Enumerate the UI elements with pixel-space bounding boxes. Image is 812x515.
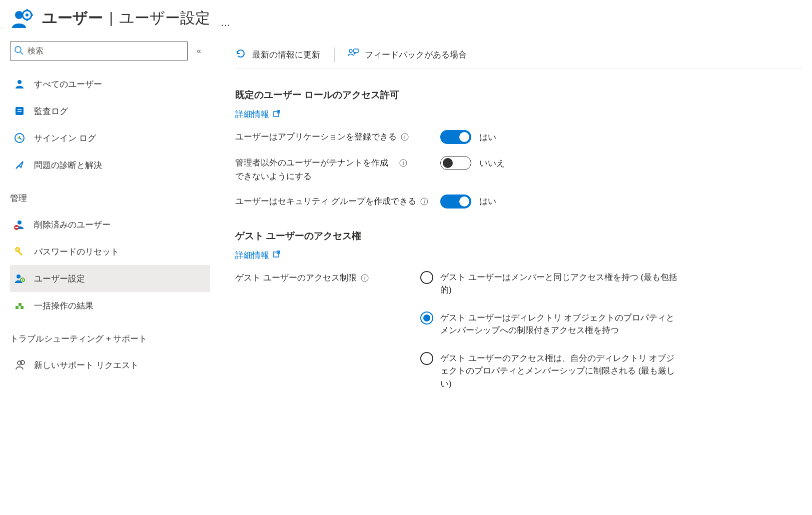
learn-more-link-1[interactable]: 詳細情報 xyxy=(235,108,280,120)
diagnose-icon xyxy=(13,158,26,172)
sidebar-item-label: サインイン ログ xyxy=(34,132,96,144)
svg-point-2 xyxy=(26,14,29,16)
svg-point-22 xyxy=(22,280,24,281)
toolbar: 最新の情報に更新 フィードバックがある場合 xyxy=(235,42,802,68)
sidebar-item-label: ユーザー設定 xyxy=(34,273,85,284)
search-box[interactable] xyxy=(10,42,188,60)
sidebar-item-user-settings[interactable]: ユーザー設定 xyxy=(10,265,210,292)
info-icon[interactable]: i xyxy=(401,132,409,145)
log-icon xyxy=(13,104,26,118)
svg-text:i: i xyxy=(404,134,405,140)
sidebar-item-label: 新しいサポート リクエスト xyxy=(34,360,139,371)
info-icon[interactable]: i xyxy=(420,196,428,210)
sidebar-item-label: 問題の診断と解決 xyxy=(34,160,102,171)
sidebar-item-all-users[interactable]: すべてのユーザー xyxy=(10,70,210,98)
search-input[interactable] xyxy=(28,46,183,56)
more-button[interactable]: … xyxy=(220,17,231,32)
external-link-icon xyxy=(273,110,280,120)
radio-icon xyxy=(420,312,433,324)
svg-line-39 xyxy=(277,251,280,254)
toggle-value: はい xyxy=(479,132,496,143)
sidebar-item-new-support-request[interactable]: 新しいサポート リクエスト xyxy=(10,352,210,378)
external-link-icon xyxy=(273,250,280,260)
svg-rect-10 xyxy=(16,107,24,115)
radio-label: ゲスト ユーザーのアクセス権は、自分のディレクトリ オブジェクトのプロパティとメ… xyxy=(440,352,680,390)
setting-label-text: 管理者以外のユーザーがテナントを作成できないようにする xyxy=(235,156,395,183)
user-icon xyxy=(13,78,26,90)
refresh-label: 最新の情報に更新 xyxy=(252,49,320,60)
radio-option-restricted[interactable]: ゲスト ユーザーのアクセス権は、自分のディレクトリ オブジェクトのプロパティとメ… xyxy=(420,352,680,390)
toggle-restrict-tenant[interactable] xyxy=(440,156,471,170)
sidebar: « すべてのユーザー 監査ログ サインイン ログ 問題の診断と解決 xyxy=(0,42,215,401)
setting-label-text: ユーザーはアプリケーションを登録できる xyxy=(235,130,397,144)
setting-label-text: ユーザーはセキュリティ グループを作成できる xyxy=(235,194,416,208)
svg-point-20 xyxy=(17,274,21,278)
svg-line-8 xyxy=(21,52,23,54)
sidebar-item-diagnose[interactable]: 問題の診断と解決 xyxy=(10,152,210,178)
section-guest-access-title: ゲスト ユーザーのアクセス権 xyxy=(235,230,802,242)
sidebar-item-label: 監査ログ xyxy=(34,106,68,117)
setting-register-apps: ユーザーはアプリケーションを登録できる i はい xyxy=(235,130,802,145)
feedback-icon xyxy=(347,48,359,62)
sidebar-item-bulk-results[interactable]: 一括操作の結果 xyxy=(10,292,210,319)
svg-rect-25 xyxy=(21,306,24,309)
info-icon[interactable]: i xyxy=(361,272,369,286)
svg-point-14 xyxy=(18,220,22,224)
svg-text:i: i xyxy=(403,160,404,166)
svg-point-28 xyxy=(349,50,352,52)
feedback-label: フィードバックがある場合 xyxy=(365,49,467,60)
sidebar-item-password-reset[interactable]: パスワードのリセット xyxy=(10,238,210,265)
refresh-button[interactable]: 最新の情報に更新 xyxy=(235,48,320,62)
radio-option-same-as-members[interactable]: ゲスト ユーザーはメンバーと同じアクセス権を持つ (最も包括的) xyxy=(420,271,680,296)
radio-icon xyxy=(420,352,433,365)
svg-rect-23 xyxy=(16,306,19,309)
setting-label-text: ゲスト ユーザーのアクセス制限 xyxy=(235,271,357,284)
info-icon[interactable]: i xyxy=(399,158,407,171)
sidebar-group-manage: 管理 xyxy=(10,178,210,211)
feedback-button[interactable]: フィードバックがある場合 xyxy=(347,48,467,62)
learn-more-link-2[interactable]: 詳細情報 xyxy=(235,250,280,261)
deleted-user-icon xyxy=(13,218,26,231)
page-title: ユーザー | ユーザー設定 xyxy=(42,8,210,28)
radio-label: ゲスト ユーザーはメンバーと同じアクセス権を持つ (最も包括的) xyxy=(440,271,680,296)
svg-point-9 xyxy=(18,80,22,84)
svg-rect-29 xyxy=(354,49,358,52)
svg-rect-16 xyxy=(15,227,18,228)
signin-icon xyxy=(13,132,26,144)
sidebar-item-audit-logs[interactable]: 監査ログ xyxy=(10,98,210,124)
toolbar-separator xyxy=(334,48,335,62)
toggle-security-groups[interactable] xyxy=(440,194,471,208)
toggle-value: いいえ xyxy=(479,158,505,169)
svg-rect-24 xyxy=(19,303,22,306)
bulk-icon xyxy=(13,299,26,312)
sidebar-item-signin-logs[interactable]: サインイン ログ xyxy=(10,124,210,152)
radio-label: ゲスト ユーザーはディレクトリ オブジェクトのプロパティとメンバーシップへの制限… xyxy=(440,312,680,337)
page-header: ユーザー | ユーザー設定 … xyxy=(0,0,812,42)
sidebar-item-deleted-users[interactable]: 削除済みのユーザー xyxy=(10,211,210,238)
svg-text:i: i xyxy=(364,276,365,281)
refresh-icon xyxy=(235,48,246,62)
key-icon xyxy=(13,245,26,258)
guest-access-radio-group: ゲスト ユーザーはメンバーと同じアクセス権を持つ (最も包括的) ゲスト ユーザ… xyxy=(420,271,680,390)
user-settings-icon xyxy=(13,272,26,285)
sidebar-item-label: 削除済みのユーザー xyxy=(34,219,111,230)
radio-option-limited-access[interactable]: ゲスト ユーザーはディレクトリ オブジェクトのプロパティとメンバーシップへの制限… xyxy=(420,312,680,337)
setting-guest-access-restrictions: ゲスト ユーザーのアクセス制限 i ゲスト ユーザーはメンバーと同じアクセス権を… xyxy=(235,271,802,390)
collapse-sidebar-icon[interactable]: « xyxy=(197,46,201,56)
sidebar-item-label: 一括操作の結果 xyxy=(34,300,94,312)
toggle-value: はい xyxy=(479,196,496,207)
svg-line-31 xyxy=(277,110,280,114)
section-default-role-title: 既定のユーザー ロールのアクセス許可 xyxy=(235,88,802,102)
sidebar-group-support: トラブルシューティング + サポート xyxy=(10,319,210,352)
search-icon xyxy=(15,46,24,56)
sidebar-item-label: すべてのユーザー xyxy=(34,78,102,90)
svg-text:i: i xyxy=(424,199,425,204)
main-content: 最新の情報に更新 フィードバックがある場合 既定のユーザー ロールのアクセス許可… xyxy=(215,42,812,401)
setting-restrict-tenant-create: 管理者以外のユーザーがテナントを作成できないようにする i いいえ xyxy=(235,156,802,183)
setting-create-security-groups: ユーザーはセキュリティ グループを作成できる i はい xyxy=(235,194,802,210)
support-icon xyxy=(13,358,26,372)
users-icon xyxy=(10,7,33,32)
toggle-register-apps[interactable] xyxy=(440,130,471,144)
svg-rect-19 xyxy=(18,251,23,256)
svg-point-7 xyxy=(15,46,21,52)
